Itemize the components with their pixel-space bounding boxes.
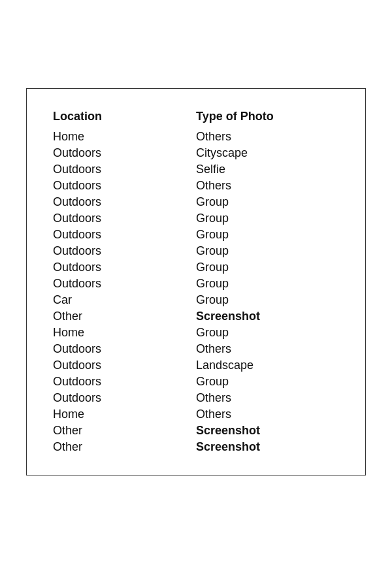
table-row: OutdoorsGroup	[53, 374, 339, 390]
table-row: HomeGroup	[53, 325, 339, 341]
cell-photo-type: Group	[196, 212, 339, 225]
cell-location: Outdoors	[53, 146, 196, 160]
cell-photo-type: Others	[196, 408, 339, 421]
cell-location: Other	[53, 424, 196, 438]
table-row: OtherScreenshot	[53, 439, 339, 455]
cell-location: Outdoors	[53, 179, 196, 193]
table-row: OtherScreenshot	[53, 423, 339, 439]
cell-location: Other	[53, 440, 196, 454]
cell-location: Outdoors	[53, 228, 196, 242]
cell-photo-type: Group	[196, 261, 339, 274]
cell-location: Outdoors	[53, 261, 196, 274]
data-table: Location Type of Photo HomeOthersOutdoor…	[53, 108, 339, 455]
cell-photo-type: Group	[196, 244, 339, 258]
header-photo-type: Type of Photo	[196, 110, 339, 127]
table-row: OutdoorsOthers	[53, 178, 339, 194]
cell-location: Outdoors	[53, 359, 196, 372]
cell-location: Home	[53, 408, 196, 421]
table-row: OutdoorsLandscape	[53, 357, 339, 374]
cell-location: Home	[53, 130, 196, 144]
table-row: OutdoorsCityscape	[53, 145, 339, 161]
table-row: HomeOthers	[53, 129, 339, 145]
cell-location: Outdoors	[53, 244, 196, 258]
cell-location: Outdoors	[53, 342, 196, 356]
cell-photo-type: Group	[196, 277, 339, 291]
main-card: Location Type of Photo HomeOthersOutdoor…	[26, 88, 366, 475]
cell-photo-type: Others	[196, 391, 339, 405]
cell-photo-type: Group	[196, 228, 339, 242]
cell-photo-type: Others	[196, 130, 339, 144]
table-row: OutdoorsOthers	[53, 341, 339, 357]
cell-photo-type: Cityscape	[196, 146, 339, 160]
cell-location: Car	[53, 293, 196, 307]
cell-location: Outdoors	[53, 277, 196, 291]
table-header: Location Type of Photo	[53, 108, 339, 129]
table-row: OutdoorsGroup	[53, 210, 339, 227]
cell-photo-type: Screenshot	[196, 440, 339, 454]
cell-photo-type: Group	[196, 375, 339, 389]
cell-photo-type: Others	[196, 342, 339, 356]
cell-location: Outdoors	[53, 391, 196, 405]
cell-location: Outdoors	[53, 212, 196, 225]
cell-photo-type: Selfie	[196, 163, 339, 176]
table-row: OutdoorsGroup	[53, 243, 339, 259]
table-row: OutdoorsGroup	[53, 227, 339, 243]
table-row: CarGroup	[53, 292, 339, 308]
cell-photo-type: Screenshot	[196, 424, 339, 438]
table-row: OutdoorsSelfie	[53, 161, 339, 178]
cell-location: Outdoors	[53, 195, 196, 209]
cell-photo-type: Group	[196, 195, 339, 209]
cell-photo-type: Screenshot	[196, 310, 339, 323]
table-row: OutdoorsGroup	[53, 194, 339, 210]
cell-location: Outdoors	[53, 375, 196, 389]
cell-photo-type: Group	[196, 293, 339, 307]
cell-location: Outdoors	[53, 163, 196, 176]
cell-location: Home	[53, 326, 196, 340]
table-row: OtherScreenshot	[53, 308, 339, 325]
header-location: Location	[53, 110, 196, 127]
table-row: OutdoorsGroup	[53, 276, 339, 292]
cell-photo-type: Group	[196, 326, 339, 340]
cell-photo-type: Landscape	[196, 359, 339, 372]
cell-photo-type: Others	[196, 179, 339, 193]
table-row: OutdoorsGroup	[53, 259, 339, 276]
table-row: HomeOthers	[53, 406, 339, 423]
table-row: OutdoorsOthers	[53, 390, 339, 406]
cell-location: Other	[53, 310, 196, 323]
